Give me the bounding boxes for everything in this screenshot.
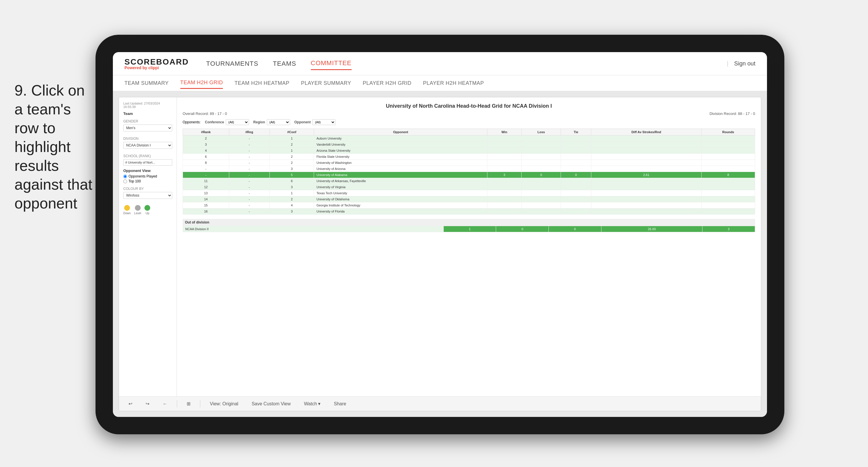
col-loss: Loss xyxy=(522,129,561,136)
colour-by-select[interactable]: Win/loss xyxy=(123,192,172,199)
region-filter: Region (All) xyxy=(253,119,290,125)
od-loss: 0 xyxy=(496,226,549,232)
region-filter-select[interactable]: (All) xyxy=(267,119,290,125)
col-win: Win xyxy=(487,129,521,136)
out-of-division-section: Out of division NCAA Division II 1 0 0 xyxy=(183,219,755,232)
legend-label-down: Down xyxy=(123,212,131,215)
legend-up: Up xyxy=(145,205,150,215)
col-rounds: Rounds xyxy=(702,129,755,136)
instruction-text: 9. Click on a team's row to highlight re… xyxy=(14,81,95,213)
legend-down: Down xyxy=(123,205,131,215)
legend-level: Level xyxy=(134,205,141,215)
od-opponent xyxy=(405,226,444,232)
legend-dot-up xyxy=(145,205,150,211)
filters-row: Opponents: Conference (All) Region ( xyxy=(183,119,755,125)
subnav-player-h2h-heatmap[interactable]: PLAYER H2H HEATMAP xyxy=(423,78,484,89)
od-win: 1 xyxy=(443,226,496,232)
overall-record: Overall Record: 89 - 17 - 0 xyxy=(183,112,227,116)
nav-items: TOURNAMENTS TEAMS COMMITTEE xyxy=(206,57,351,70)
tablet-frame: SCOREBOARD Powered by clippi TOURNAMENTS… xyxy=(95,35,784,434)
legend-dot-level xyxy=(135,205,141,211)
last-updated: Last Updated: 27/03/2024 16:55:38 xyxy=(123,101,172,109)
opponents-label: Opponents: xyxy=(183,120,200,124)
table-row[interactable]: 8 - 2 University of Washington xyxy=(183,160,755,166)
col-diff: Diff Av Strokes/Rnd xyxy=(591,129,701,136)
subnav-player-summary[interactable]: PLAYER SUMMARY xyxy=(301,78,351,89)
redo-button[interactable]: ↪ xyxy=(142,400,153,408)
content-panels: Last Updated: 27/03/2024 16:55:38 Team G… xyxy=(119,97,761,396)
subnav-team-h2h-grid[interactable]: TEAM H2H GRID xyxy=(180,77,223,89)
subnav-team-h2h-heatmap[interactable]: TEAM H2H HEATMAP xyxy=(235,78,289,89)
gender-select[interactable]: Men's xyxy=(123,124,172,132)
col-tie: Tie xyxy=(561,129,591,136)
school-rank-value: # University of Nort... xyxy=(123,159,172,166)
radio-opponents-played[interactable]: Opponents Played xyxy=(123,174,172,178)
table-row[interactable]: 13 - 1 Texas Tech University xyxy=(183,190,755,196)
table-row[interactable]: 16 - 3 University of Florida xyxy=(183,208,755,214)
header-left: SCOREBOARD Powered by clippi TOURNAMENTS… xyxy=(124,57,352,70)
nav-committee[interactable]: COMMITTEE xyxy=(311,57,352,70)
opponent-view-radio: Opponents Played Top 100 xyxy=(123,174,172,183)
table-row[interactable]: 14 - 2 University of Oklahoma xyxy=(183,196,755,202)
viz-title: University of North Carolina Head-to-Hea… xyxy=(183,103,755,109)
team-label: Team xyxy=(123,112,172,116)
view-original-button[interactable]: View: Original xyxy=(206,400,242,408)
table-row[interactable]: - - 5 University of Alabama 3 0 0 2.61 8 xyxy=(183,172,755,178)
od-diff: 26.00 xyxy=(601,226,703,232)
table-row[interactable]: 4 - 1 Arizona State University xyxy=(183,148,755,154)
out-of-division-header: Out of division xyxy=(183,219,755,226)
table-body: 2 - 1 Auburn University 3 - 2 Vanderbilt… xyxy=(183,136,755,214)
viz-area: University of North Carolina Head-to-Hea… xyxy=(177,97,761,396)
od-tie: 0 xyxy=(549,226,601,232)
division-name: NCAA Division II xyxy=(183,226,405,232)
conference-filter-select[interactable]: (All) xyxy=(226,119,249,125)
division-select[interactable]: NCAA Division I xyxy=(123,142,172,149)
region-filter-label: Region xyxy=(253,120,265,124)
data-icon-button[interactable]: ⊞ xyxy=(183,400,194,408)
out-of-division-table: NCAA Division II 1 0 0 26.00 3 xyxy=(183,226,755,232)
workspace: Last Updated: 27/03/2024 16:55:38 Team G… xyxy=(119,97,761,411)
save-custom-button[interactable]: Save Custom View xyxy=(248,400,294,408)
sign-out-link[interactable]: Sign out xyxy=(734,60,755,67)
opponent-filter-select[interactable]: (All) xyxy=(312,119,336,125)
division-label: Division xyxy=(123,137,172,141)
opponent-filter: Opponent (All) xyxy=(294,119,336,125)
out-of-division-row[interactable]: NCAA Division II 1 0 0 26.00 3 xyxy=(183,226,755,232)
col-conf: #Conf xyxy=(270,129,314,136)
table-row[interactable]: 12 - 3 University of Virginia xyxy=(183,184,755,190)
table-row[interactable]: 6 - 2 Florida State University xyxy=(183,154,755,160)
opponent-view-label: Opponent View xyxy=(123,169,172,173)
subnav-player-h2h-grid[interactable]: PLAYER H2H GRID xyxy=(363,78,411,89)
table-row[interactable]: 2 - 1 Auburn University xyxy=(183,136,755,142)
toolbar-sep-1 xyxy=(177,400,177,407)
separator: | xyxy=(727,60,728,67)
opponent-filter-label: Opponent xyxy=(294,120,311,124)
nav-tournaments[interactable]: TOURNAMENTS xyxy=(206,58,258,70)
conference-filter: Conference (All) xyxy=(205,119,249,125)
col-rank: #Rank xyxy=(183,129,229,136)
colour-by-label: Colour by xyxy=(123,187,172,191)
legend-area: Down Level Up xyxy=(123,205,172,215)
legend-label-up: Up xyxy=(146,212,149,215)
logo-powered: Powered by clippi xyxy=(124,65,189,70)
legend-dot-down xyxy=(124,205,130,211)
nav-teams[interactable]: TEAMS xyxy=(273,58,297,70)
table-row[interactable]: 15 - 4 Georgia Institute of Technology xyxy=(183,202,755,208)
radio-top100[interactable]: Top 100 xyxy=(123,179,172,183)
filter-panel: Last Updated: 27/03/2024 16:55:38 Team G… xyxy=(119,97,177,396)
logo-area: SCOREBOARD Powered by clippi xyxy=(124,57,189,70)
main-content: Last Updated: 27/03/2024 16:55:38 Team G… xyxy=(113,91,767,417)
back-button[interactable]: ← xyxy=(159,400,171,408)
watch-button[interactable]: Watch ▾ xyxy=(300,400,324,408)
instruction-number: 9. xyxy=(14,82,27,99)
share-button[interactable]: Share xyxy=(330,400,350,408)
division-record: Division Record: 88 - 17 - 0 xyxy=(709,112,755,116)
table-row[interactable]: - - 3 University of Arizona xyxy=(183,166,755,172)
undo-button[interactable]: ↩ xyxy=(125,400,136,408)
instruction-body: Click on a team's row to highlight resul… xyxy=(14,82,92,212)
header-right: | Sign out xyxy=(727,60,755,67)
table-row[interactable]: 3 - 2 Vanderbilt University xyxy=(183,142,755,148)
subnav-team-summary[interactable]: TEAM SUMMARY xyxy=(124,78,169,89)
col-reg: #Reg xyxy=(229,129,270,136)
table-row[interactable]: 11 - 6 University of Arkansas, Fayettevi… xyxy=(183,178,755,184)
